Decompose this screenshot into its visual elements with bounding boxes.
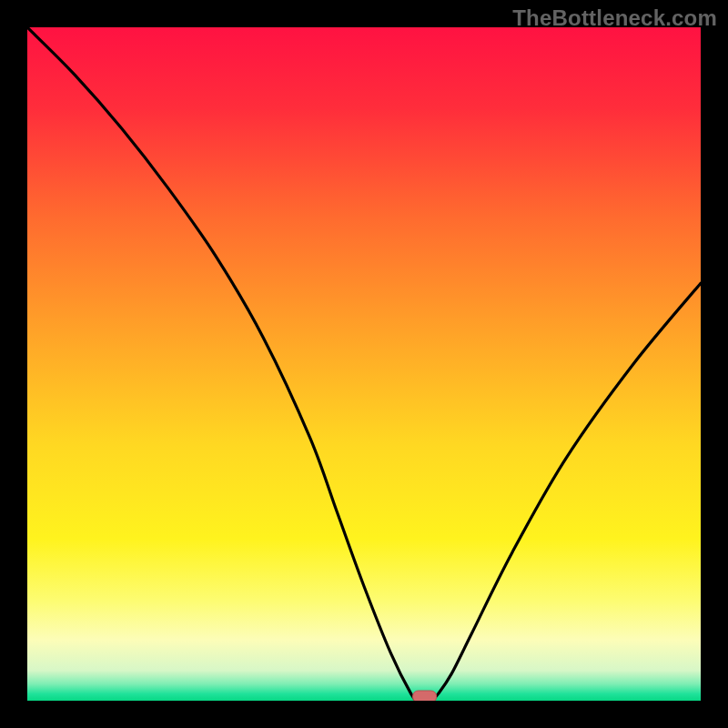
chart-frame: TheBottleneck.com bbox=[0, 0, 728, 728]
bottleneck-chart bbox=[27, 27, 701, 701]
gradient-background bbox=[27, 27, 701, 701]
optimal-point-marker bbox=[413, 691, 437, 701]
plot-area bbox=[27, 27, 701, 701]
watermark-label: TheBottleneck.com bbox=[512, 5, 717, 31]
